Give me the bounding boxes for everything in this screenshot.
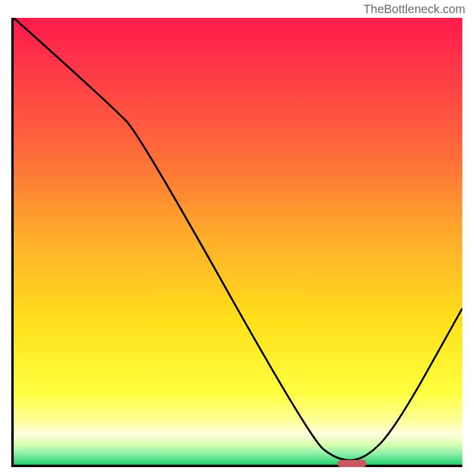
watermark-text: TheBottleneck.com <box>364 2 465 16</box>
chart-line <box>14 18 462 465</box>
plot-area <box>11 18 462 467</box>
optimal-marker <box>337 460 367 467</box>
